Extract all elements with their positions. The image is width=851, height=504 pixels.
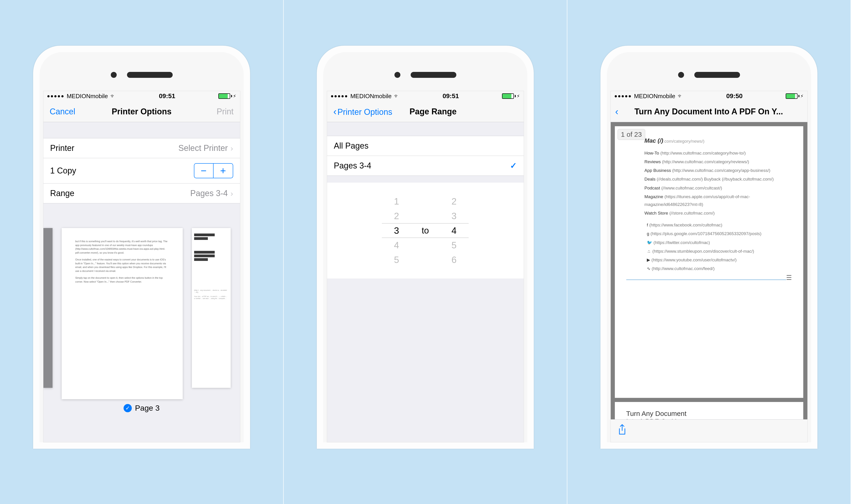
speaker	[411, 72, 456, 78]
range-value: Pages 3-4	[190, 188, 228, 198]
battery-indicator: ⚡︎	[218, 93, 236, 99]
page-title: Printer Options	[112, 107, 172, 116]
phone-frame: ●●●●● MEDIONmobile ᯤ 09:51 ⚡︎ ‹Printer O…	[317, 46, 534, 449]
charging-icon: ⚡︎	[517, 93, 520, 99]
link-row: Magazine (https://itunes.apple.com/us/ap…	[644, 193, 792, 209]
all-pages-row[interactable]: All Pages	[327, 136, 524, 156]
page-preview-strip[interactable]: but if this is something you'll want to …	[43, 219, 240, 442]
page-3-thumb[interactable]: but if this is something you'll want to …	[62, 228, 183, 399]
printer-label: Printer	[50, 143, 74, 153]
signal-icon: ●●●●●	[47, 93, 65, 99]
status-time: 09:50	[726, 92, 743, 100]
social-row: g (https://plus.google.com/1071847560523…	[644, 230, 792, 238]
social-row: ⛬ (https://www.stumbleupon.com/discover/…	[644, 248, 792, 255]
signal-icon: ●●●●●	[614, 93, 632, 99]
thumb-paragraph: but if this is something you'll want to …	[75, 239, 169, 254]
status-bar: ●●●●● MEDIONmobile ᯤ 09:51 ⚡︎	[327, 91, 524, 101]
link-row: Podcast (//www.cultofmac.com/cultcast/)	[644, 184, 792, 192]
wifi-icon: ᯤ	[678, 93, 683, 99]
carrier-label: MEDIONmobile	[634, 93, 675, 100]
stepper-minus-button[interactable]: −	[194, 164, 214, 178]
front-camera	[394, 72, 401, 78]
page-title: Turn Any Document Into A PDF On Y...	[626, 107, 803, 116]
link-row: Deals (//deals.cultofmac.com/) Buyback (…	[644, 175, 792, 183]
range-options-group: All Pages Pages 3-4 ✓	[327, 136, 524, 176]
hamburger-icon: ☰	[786, 272, 792, 284]
thumb-paragraph: Once installed, one of the easiest ways …	[75, 258, 169, 273]
social-row: 🐦 (https://twitter.com/cultofmac)	[644, 239, 792, 247]
status-bar: ●●●●● MEDIONmobile ᯤ 09:50 ⚡︎	[611, 91, 808, 101]
link-row: App Business (http://www.cultofmac.com/c…	[644, 167, 792, 174]
range-row[interactable]: Range Pages 3-4 ›	[43, 183, 240, 203]
screen-pdf-preview: ●●●●● MEDIONmobile ᯤ 09:50 ⚡︎ ‹ Turn Any…	[610, 91, 808, 443]
all-pages-label: All Pages	[334, 141, 369, 151]
chevron-right-icon: ›	[230, 144, 233, 153]
chevron-left-icon: ‹	[334, 106, 337, 117]
pdf-page-1[interactable]: Mac (/).com/category/news/) How-To (http…	[615, 126, 803, 398]
prev-page-thumb[interactable]	[43, 228, 53, 388]
social-row: ▶ (https://www.youtube.com/user/cultofma…	[644, 256, 792, 264]
copies-label: 1 Copy	[50, 166, 76, 176]
page-indicator: ✓ Page 3	[43, 403, 240, 412]
status-bar: ●●●●● MEDIONmobile ᯤ 09:51 ⚡︎	[43, 91, 240, 101]
page2-title-line1: Turn Any Document	[626, 410, 792, 417]
range-picker[interactable]: 1 2 3 4 5 to 2 3 4 5 6	[327, 183, 524, 278]
speaker	[694, 72, 740, 78]
thumb-paragraph: Simply tap on the document to open it, t…	[75, 276, 169, 284]
navbar: ‹Printer Options Page Range	[327, 101, 524, 122]
phone-earpiece	[39, 64, 244, 86]
printer-row[interactable]: Printer Select Printer ›	[43, 138, 240, 158]
page-title: Page Range	[409, 107, 457, 116]
front-camera	[111, 72, 117, 78]
pdf-viewport[interactable]: 1 of 23 Mac (/).com/category/news/) How-…	[611, 122, 808, 419]
signal-icon: ●●●●●	[331, 93, 348, 99]
back-button[interactable]: ‹Printer Options	[334, 106, 392, 117]
cancel-button[interactable]: Cancel	[50, 107, 95, 116]
link-row: How-To (http://www.cultofmac.com/categor…	[644, 149, 792, 157]
page-4-thumb[interactable]: (http://... any document ... device w...…	[192, 228, 231, 388]
checkmark-icon: ✓	[124, 404, 132, 412]
charging-icon: ⚡︎	[800, 93, 803, 99]
carrier-label: MEDIONmobile	[350, 93, 392, 100]
link-row: Reviews (http://www.cultofmac.com/catego…	[644, 158, 792, 166]
wifi-icon: ᯤ	[110, 93, 116, 99]
status-time: 09:51	[159, 92, 175, 100]
charging-icon: ⚡︎	[233, 93, 236, 99]
page2-title-line2: Into A PDF On Your	[626, 417, 792, 419]
page-counter: 1 of 23	[618, 129, 645, 140]
settings-group: Printer Select Printer › 1 Copy − +	[43, 138, 240, 203]
navbar: Cancel Printer Options Print	[43, 101, 240, 122]
phone-earpiece	[323, 64, 527, 86]
bottom-toolbar	[611, 419, 808, 442]
copies-row: 1 Copy − +	[43, 158, 240, 183]
copies-stepper[interactable]: − +	[194, 163, 233, 178]
phone-frame: ●●●●● MEDIONmobile ᯤ 09:50 ⚡︎ ‹ Turn Any…	[600, 46, 817, 449]
link-row: Watch Store (//store.cultofmac.com/)	[644, 209, 792, 217]
carrier-label: MEDIONmobile	[67, 93, 108, 100]
print-button[interactable]: Print	[188, 107, 234, 116]
social-row: ∿ (http://www.cultofmac.com/feed/)	[644, 265, 792, 272]
phone-earpiece	[607, 64, 811, 86]
social-row: f (https://www.facebook.com/cultofmac)	[644, 221, 792, 229]
front-camera	[678, 72, 684, 78]
back-button[interactable]: ‹	[615, 106, 619, 117]
navbar: ‹ Turn Any Document Into A PDF On Y...	[611, 101, 808, 122]
status-time: 09:51	[443, 92, 459, 100]
battery-indicator: ⚡︎	[786, 93, 803, 99]
screen-printer-options: ●●●●● MEDIONmobile ᯤ 09:51 ⚡︎ Cancel Pri…	[43, 91, 240, 443]
phone-frame: ●●●●● MEDIONmobile ᯤ 09:51 ⚡︎ Cancel Pri…	[33, 46, 250, 449]
wifi-icon: ᯤ	[394, 93, 400, 99]
screen-page-range: ●●●●● MEDIONmobile ᯤ 09:51 ⚡︎ ‹Printer O…	[327, 91, 524, 443]
stepper-plus-button[interactable]: +	[214, 164, 233, 178]
battery-indicator: ⚡︎	[502, 93, 520, 99]
pages-selected-label: Pages 3-4	[334, 161, 371, 170]
checkmark-icon: ✓	[510, 161, 517, 170]
printer-value: Select Printer	[178, 143, 228, 153]
range-label: Range	[50, 188, 74, 198]
share-button[interactable]	[618, 424, 627, 437]
pdf-page-2[interactable]: Turn Any Document Into A PDF On Your	[615, 402, 803, 419]
pages-selected-row[interactable]: Pages 3-4 ✓	[327, 156, 524, 176]
chevron-right-icon: ›	[230, 189, 233, 198]
speaker	[127, 72, 173, 78]
